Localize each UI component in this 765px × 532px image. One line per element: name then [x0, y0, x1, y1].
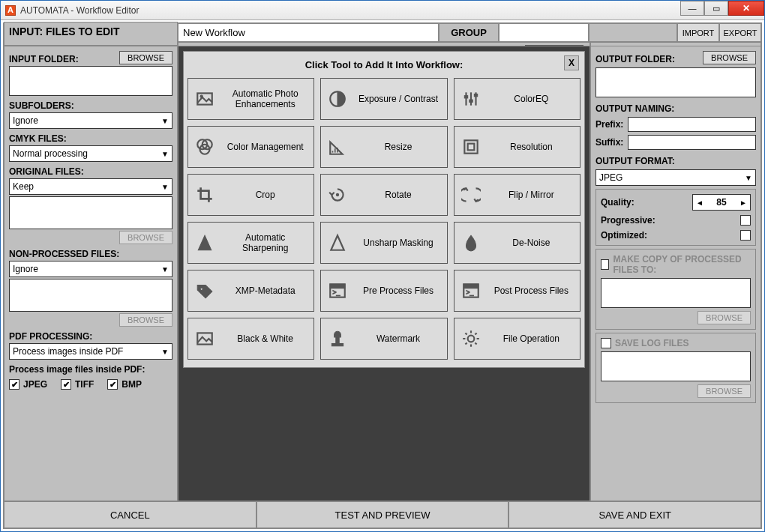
nonproc-path[interactable] — [9, 279, 172, 312]
original-files-select[interactable]: Keep — [9, 178, 172, 195]
tool-icon — [454, 233, 488, 253]
test-preview-button[interactable]: TEST AND PREVIEW — [256, 501, 509, 528]
tool-de-noise[interactable]: De-Noise — [454, 222, 580, 264]
tool-label: Resolution — [488, 142, 580, 152]
workflow-canvas: Click Tool to Add It Into Workflow: X Au… — [178, 46, 590, 501]
app-icon — [5, 5, 16, 16]
quality-spinner[interactable]: ◄85► — [692, 194, 751, 211]
progressive-checkbox[interactable] — [740, 215, 751, 226]
save-exit-button[interactable]: SAVE AND EXIT — [508, 501, 761, 528]
savelog-path[interactable] — [601, 351, 751, 381]
bmp-checkbox[interactable]: ✔ — [107, 379, 118, 390]
makecopy-label: MAKE COPY OF PROCESSED FILES TO: — [613, 254, 751, 275]
tool-label: ColorEQ — [488, 94, 580, 104]
makecopy-checkbox[interactable] — [601, 259, 609, 270]
original-files-path[interactable] — [9, 196, 172, 229]
jpeg-checkbox[interactable]: ✔ — [9, 379, 20, 390]
quality-down-icon: ◄ — [693, 199, 706, 207]
tool-icon — [321, 137, 354, 157]
output-folder-field[interactable] — [596, 67, 756, 97]
tool-icon — [321, 329, 354, 348]
tool-label: Automatic Sharpening — [221, 232, 314, 253]
tool-label: De-Noise — [488, 238, 580, 248]
input-folder-field[interactable] — [9, 66, 172, 96]
pdf-label: PDF PROCESSING: — [9, 331, 172, 342]
suffix-input[interactable] — [628, 135, 756, 150]
output-folder-browse[interactable]: BROWSE — [703, 51, 756, 64]
input-panel: INPUT FOLDER: BROWSE SUBFOLDERS: Ignore … — [4, 46, 178, 501]
cmyk-select[interactable]: Normal processing — [9, 145, 172, 162]
tool-resolution[interactable]: Resolution — [454, 126, 580, 168]
tool-icon: >_ — [454, 281, 488, 300]
svg-text:>_: >_ — [466, 288, 473, 296]
makecopy-path[interactable] — [601, 278, 751, 308]
svg-rect-15 — [464, 140, 477, 153]
svg-rect-6 — [464, 96, 467, 98]
tool-flip-mirror[interactable]: Flip / Mirror — [454, 174, 580, 216]
tool-label: Post Process Files — [488, 285, 580, 296]
makecopy-browse: BROWSE — [698, 311, 751, 324]
tool-label: Rotate — [354, 190, 446, 200]
tool-black-white[interactable]: Black & White — [188, 318, 314, 360]
original-browse: BROWSE — [119, 231, 172, 244]
tool-label: Crop — [221, 190, 314, 200]
output-format-select[interactable]: JPEG — [596, 169, 756, 186]
tool-rotate[interactable]: Rotate — [320, 174, 447, 216]
tool-post-process-files[interactable]: >_Post Process Files — [454, 270, 580, 312]
tool-automatic-photo-enhancements[interactable]: Automatic Photo Enhancements — [188, 78, 314, 120]
tool-label: Pre Process Files — [354, 285, 446, 296]
tool-icon — [188, 281, 221, 300]
pdf-select[interactable]: Process images inside PDF — [9, 343, 172, 360]
tool-automatic-sharpening[interactable]: Automatic Sharpening — [188, 222, 314, 264]
svg-point-18 — [200, 288, 202, 290]
subfolders-select[interactable]: Ignore — [9, 112, 172, 129]
input-header: INPUT: FILES TO EDIT — [4, 22, 178, 46]
tool-crop[interactable]: Crop — [188, 174, 314, 216]
tool-file-operation[interactable]: File Operation — [454, 318, 580, 360]
nonproc-select[interactable]: Ignore — [9, 261, 172, 277]
tool-pre-process-files[interactable]: >_Pre Process Files — [320, 270, 447, 312]
savelog-checkbox[interactable] — [601, 338, 611, 348]
savelog-browse: BROWSE — [698, 384, 751, 398]
tool-label: XMP-Metadata — [221, 285, 314, 296]
tool-icon — [188, 89, 221, 109]
tool-exposure-contrast[interactable]: Exposure / Contrast — [320, 78, 447, 120]
subfolders-label: SUBFOLDERS: — [9, 100, 172, 111]
tool-xmp-metadata[interactable]: XMP-Metadata — [188, 270, 314, 312]
tool-icon — [454, 329, 488, 348]
tool-label: File Operation — [488, 333, 580, 344]
tool-unsharp-masking[interactable]: Unsharp Masking — [320, 222, 447, 264]
svg-text:>_: >_ — [333, 288, 340, 296]
tool-resize[interactable]: Resize — [320, 126, 447, 168]
prefix-input[interactable] — [628, 117, 756, 132]
tool-icon — [454, 185, 488, 205]
svg-rect-27 — [336, 337, 339, 344]
tool-icon: >_ — [321, 281, 354, 300]
tool-icon — [454, 89, 488, 109]
tool-label: Exposure / Contrast — [354, 94, 446, 104]
output-format-label: OUTPUT FORMAT: — [596, 156, 756, 166]
tool-picker-close[interactable]: X — [564, 55, 579, 70]
output-folder-label: OUTPUT FOLDER: — [596, 54, 675, 64]
svg-point-28 — [467, 336, 474, 342]
tool-picker-title: Click Tool to Add It Into Workflow: — [305, 59, 464, 70]
maximize-button[interactable]: ▭ — [704, 1, 728, 16]
close-button[interactable]: ✕ — [728, 1, 764, 16]
input-folder-browse[interactable]: BROWSE — [119, 51, 172, 64]
minimize-button[interactable]: — — [680, 1, 704, 16]
tool-watermark[interactable]: Watermark — [320, 318, 447, 360]
svg-rect-8 — [474, 94, 477, 97]
nonproc-label: NON-PROCESSED FILES: — [9, 249, 172, 259]
input-folder-label: INPUT FOLDER: — [9, 54, 79, 64]
tool-label: Black & White — [221, 333, 314, 344]
svg-rect-16 — [467, 144, 474, 151]
tool-icon — [188, 185, 221, 205]
optimized-checkbox[interactable] — [740, 230, 751, 241]
cancel-button[interactable]: CANCEL — [4, 501, 256, 528]
tool-coloreq[interactable]: ColorEQ — [454, 78, 580, 120]
tiff-checkbox[interactable]: ✔ — [61, 379, 71, 390]
tool-icon — [188, 233, 221, 253]
svg-point-17 — [337, 193, 339, 196]
savelog-label: SAVE LOG FILES — [615, 338, 688, 348]
tool-color-management[interactable]: Color Management — [188, 126, 314, 168]
